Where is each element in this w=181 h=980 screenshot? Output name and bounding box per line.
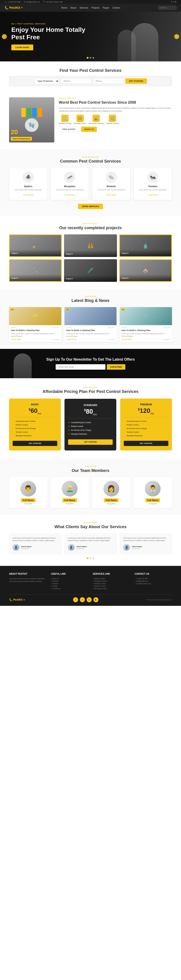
nav-contact[interactable]: Contact (112, 6, 120, 9)
premium-feature-4: Termite Control (124, 430, 168, 434)
blog-title-1: How To Build A Cleaning Plan (11, 329, 59, 332)
footer-yt[interactable]: ▶ (93, 597, 98, 602)
footer-link-pricing[interactable]: Pricing (51, 585, 88, 587)
hero-cta-button[interactable]: LEARN MORE (11, 45, 33, 50)
footer-link-about[interactable]: About Us (51, 578, 88, 580)
hero-prev-button[interactable]: ‹ (2, 34, 7, 39)
topbar-email: ✉ info@pestkit.com (24, 1, 40, 3)
nav-search (159, 6, 176, 10)
mosquitos-text: Lorem ipsum dolor sit amet consectetur (53, 189, 86, 191)
project-3-label: Project 3 (122, 253, 128, 254)
testimonials-title: What Clients Say About Our Services (9, 525, 172, 529)
social-ln[interactable]: in (175, 1, 176, 3)
standard-feature-3: No Service at No Charge (68, 428, 113, 432)
footer-link-contact[interactable]: Contact Us (51, 587, 88, 590)
newsletter-subscribe-button[interactable]: SUBSCRIBE (107, 364, 125, 370)
find-services-title: Find Your Pest Control Services (9, 68, 172, 73)
rooms-input[interactable] (61, 78, 91, 84)
termites-link[interactable]: LEARN MORE (147, 194, 158, 196)
footer-link-services[interactable]: Services (51, 580, 88, 582)
project-card-1[interactable]: 🧹 Project 1 (9, 234, 62, 257)
blog-meta-3: By Admin 17/06, 2021 (122, 327, 170, 328)
hero-dot-1[interactable] (86, 57, 88, 59)
blog-card-3: 🫧 03 By Admin 17/06, 2021 How To Build A… (120, 307, 172, 342)
footer-link-projects[interactable]: Projects (51, 582, 88, 585)
blog-tag-2: 02 (66, 309, 70, 311)
rodents-link[interactable]: LEARN MORE (106, 194, 117, 196)
blog-img-icon-2: 🧤 (87, 313, 93, 319)
project-5-overlay: Project 5 (64, 275, 117, 282)
newsletter-email-input[interactable] (56, 364, 106, 370)
phone-input[interactable] (93, 78, 123, 84)
testimonials-dot-1[interactable] (86, 557, 88, 559)
testimonials-dot-3[interactable] (93, 557, 95, 559)
premium-feature-1: Household pests Control (124, 420, 168, 423)
standard-plan-button[interactable]: GET STARTED (68, 439, 113, 445)
icon-warehouse: 🏭 Warehouse Cleaning (89, 115, 104, 124)
pricing-basic-card: Basic $60/mo Household pests Control Rod… (9, 399, 61, 450)
standard-per: /mo (93, 413, 97, 416)
about-us-button[interactable]: ABOUT US (81, 127, 97, 132)
pricing-standard-card: Standard $80/mo Household pests Control … (64, 399, 116, 450)
footer-svc-4[interactable]: Termites Control (93, 585, 130, 587)
more-services-button[interactable]: MORE SERVICES (78, 204, 103, 209)
basic-plan-button[interactable]: GET STARTED (13, 441, 57, 446)
basic-currency: $ (29, 407, 30, 411)
free-quotes-button[interactable]: FREE QUOTES (59, 126, 78, 132)
team-title: Our Team Members (9, 468, 172, 473)
services-section-label: Our Services (9, 156, 172, 158)
blog-author-3: By Admin (122, 327, 127, 328)
nav-services[interactable]: Services (79, 6, 88, 9)
footer-fb[interactable]: f (73, 597, 78, 602)
logo-icon: 🐛 (5, 6, 8, 10)
team-role-3: Designation (95, 503, 128, 504)
footer-svc-5[interactable]: Bed Bugs Control (93, 587, 130, 590)
get-started-button[interactable]: GET STARTED (125, 78, 147, 84)
team-role-4: Designation (136, 503, 170, 504)
hero-dot-3[interactable] (93, 57, 95, 59)
mosquitos-link[interactable]: LEARN MORE (64, 194, 75, 196)
footer-in[interactable]: in (86, 597, 91, 602)
footer-svc-2[interactable]: Mosquitos Control (93, 580, 130, 582)
project-6-label: Project 6 (122, 277, 128, 279)
service-type-select[interactable]: Type Of Services (34, 78, 59, 84)
nav-about[interactable]: About (70, 6, 76, 9)
testimonials-dot-2[interactable] (90, 557, 91, 559)
blog-readmore-3[interactable]: LEARN MORE (122, 339, 132, 340)
blog-date-1: 17/06, 2021 (52, 327, 59, 328)
spiders-link[interactable]: LEARN MORE (23, 194, 34, 196)
hero-dot-2[interactable] (90, 57, 91, 59)
warehouse-icon: 🏭 (93, 115, 100, 122)
social-fb[interactable]: f (171, 1, 172, 3)
nav-projects[interactable]: Projects (91, 6, 99, 9)
project-card-4[interactable]: 🔧 Project 4 (9, 259, 62, 282)
footer-svc-3[interactable]: Rodents Control (93, 582, 130, 585)
blog-grid: 🧽 01 By Admin 17/06, 2021 How To Build A… (9, 307, 172, 342)
project-card-2[interactable]: 🦺 Project 2 (64, 234, 117, 257)
project-card-6[interactable]: 🏠 Project 6 (119, 259, 172, 282)
hero-next-button[interactable]: › (174, 34, 179, 39)
premium-plan-price: $120/mo (124, 407, 168, 415)
nav-pages[interactable]: Pages (103, 6, 109, 9)
social-tw[interactable]: t (173, 1, 174, 3)
blog-readmore-2[interactable]: LEARN MORE (66, 339, 77, 340)
rodents-text: Lorem ipsum dolor sit amet consectetur (95, 189, 128, 191)
footer-tw[interactable]: t (80, 597, 85, 602)
pricing-section: Our Pricing Affordable Pricing Plan For … (0, 378, 181, 458)
nav-home[interactable]: Home (61, 6, 67, 9)
blog-tag-1: 01 (10, 309, 14, 311)
premium-plan-button[interactable]: GET STARTED (124, 441, 168, 446)
project-4-label: Project 4 (11, 277, 18, 279)
team-avatar-2: 👨‍🦳 (62, 481, 78, 496)
team-section: Our Team Our Team Members 👨 Full Name De… (0, 458, 181, 515)
footer-svc-1[interactable]: Spiders Control (93, 578, 130, 580)
project-card-5[interactable]: 🧪 Project 5 (64, 259, 117, 282)
search-input[interactable] (159, 6, 176, 10)
testimonial-role-1: Designation (21, 547, 32, 549)
blog-readmore-1[interactable]: LEARN MORE (11, 339, 21, 340)
testimonials-dots (9, 557, 172, 559)
project-card-3[interactable]: 🧴 Project 3 (119, 234, 172, 257)
standard-plan-price: $80/mo (68, 408, 113, 416)
testimonial-info-1: Client Name Designation (21, 546, 32, 549)
blog-footer-2: LEARN MORE 0 Comments (66, 339, 115, 340)
